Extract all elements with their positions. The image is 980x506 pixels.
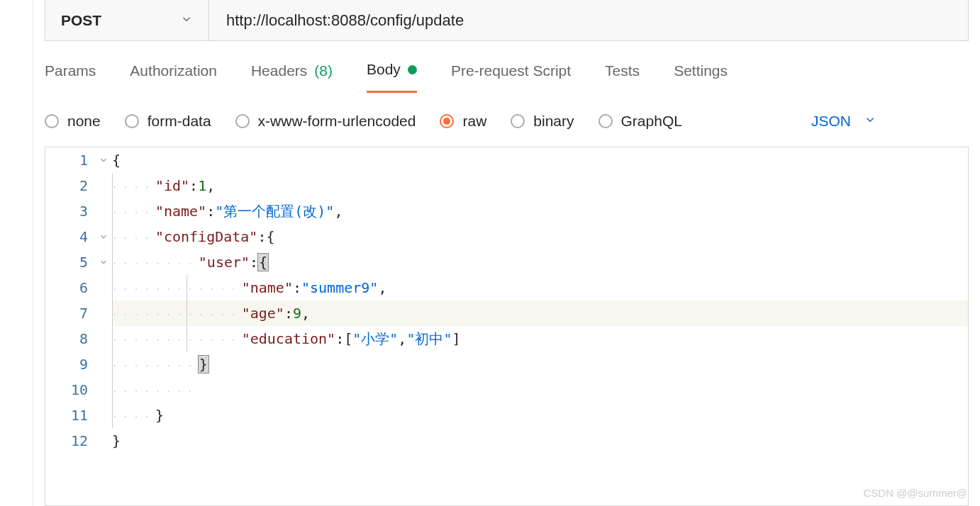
body-option-form-data[interactable]: form-data <box>125 113 211 130</box>
body-option-binary[interactable]: binary <box>511 113 574 130</box>
chevron-down-icon <box>864 113 876 130</box>
code-area[interactable]: { ····"id":1, ····"name":"第一个配置(改)", ···… <box>112 147 968 454</box>
headers-count: (8) <box>314 62 333 79</box>
watermark: CSDN @@summer@ <box>863 487 967 499</box>
tab-pre-request-script[interactable]: Pre-request Script <box>451 61 571 93</box>
unsaved-dot-icon <box>408 65 417 74</box>
body-option-urlencoded[interactable]: x-www-form-urlencoded <box>235 113 416 130</box>
radio-icon <box>125 114 139 128</box>
content-type-label: JSON <box>811 113 851 130</box>
http-method-label: POST <box>61 12 101 29</box>
url-text: http://localhost:8088/config/update <box>226 11 464 30</box>
fold-icon[interactable] <box>99 224 108 249</box>
chevron-down-icon <box>180 12 193 29</box>
url-input[interactable]: http://localhost:8088/config/update <box>209 0 969 41</box>
radio-icon <box>598 114 613 128</box>
tab-headers[interactable]: Headers (8) <box>251 61 333 93</box>
fold-icon[interactable] <box>99 249 108 275</box>
left-sidebar-gutter <box>0 0 33 506</box>
fold-icon[interactable] <box>99 147 108 173</box>
tab-settings[interactable]: Settings <box>674 61 728 93</box>
radio-selected-icon <box>440 114 454 128</box>
http-method-select[interactable]: POST <box>45 0 209 41</box>
body-option-none[interactable]: none <box>45 113 101 130</box>
tab-body[interactable]: Body <box>367 61 417 93</box>
request-tabs: Params Authorization Headers (8) Body Pr… <box>33 41 980 93</box>
radio-icon <box>511 114 525 128</box>
body-option-graphql[interactable]: GraphQL <box>598 113 682 130</box>
body-editor[interactable]: 1 2 3 4 5 6 7 8 9 10 11 12 <box>45 147 969 506</box>
tab-authorization[interactable]: Authorization <box>130 61 217 93</box>
body-option-raw[interactable]: raw <box>440 113 486 130</box>
tab-params[interactable]: Params <box>45 61 96 93</box>
url-bar: POST http://localhost:8088/config/update <box>45 0 969 41</box>
body-type-options: none form-data x-www-form-urlencoded raw… <box>33 93 980 147</box>
tab-tests[interactable]: Tests <box>605 61 640 93</box>
line-number-gutter: 1 2 3 4 5 6 7 8 9 10 11 12 <box>45 147 95 454</box>
content-type-select[interactable]: JSON <box>811 113 876 130</box>
radio-icon <box>235 114 250 128</box>
fold-gutter <box>95 147 112 454</box>
radio-icon <box>45 114 59 128</box>
